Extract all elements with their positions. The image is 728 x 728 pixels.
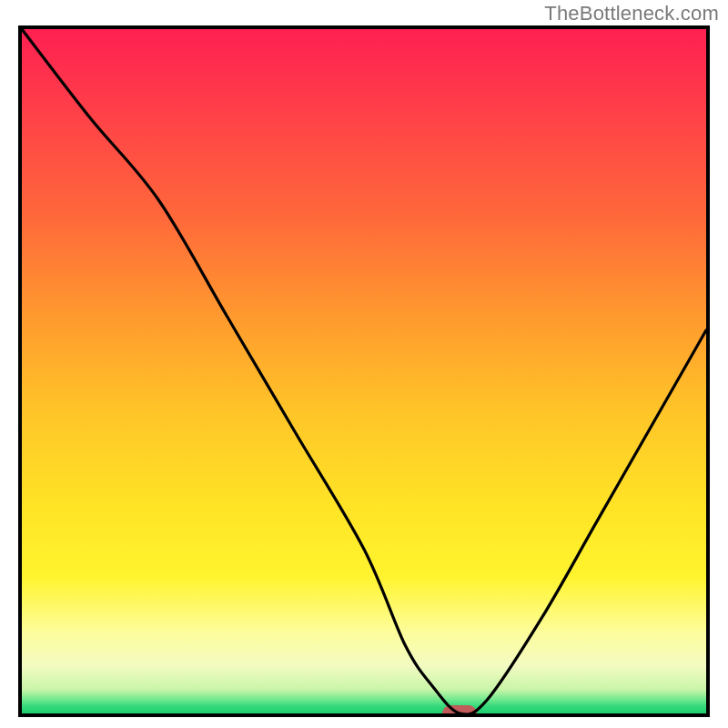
plot-frame	[18, 25, 710, 717]
attribution-label: TheBottleneck.com	[544, 2, 719, 25]
bottleneck-chart: TheBottleneck.com	[0, 0, 728, 728]
bottleneck-curve	[22, 29, 706, 713]
plot-area	[22, 29, 706, 713]
